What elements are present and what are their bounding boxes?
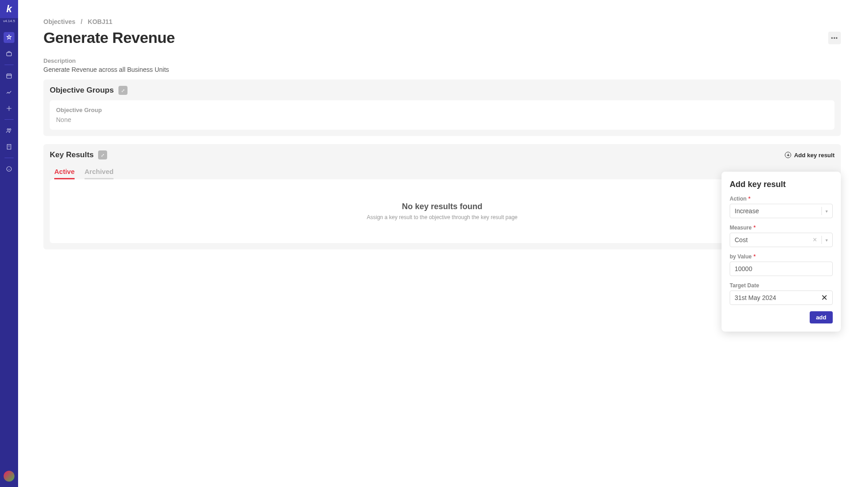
nav-divider — [5, 119, 14, 120]
objective-groups-section: Objective Groups ⤢ Objective Group None — [43, 80, 841, 136]
svg-rect-4 — [7, 145, 11, 150]
breadcrumb-sep: / — [77, 18, 86, 25]
measure-select[interactable]: Cost × ▾ — [730, 233, 833, 247]
action-value: Increase — [735, 207, 818, 215]
popover-title: Add key result — [730, 180, 833, 189]
more-button[interactable]: ••• — [828, 32, 841, 44]
objective-groups-title: Objective Groups — [50, 86, 114, 95]
nav-item-org[interactable] — [4, 141, 14, 152]
user-avatar[interactable] — [4, 471, 14, 482]
action-label: Action* — [730, 196, 833, 202]
clear-date-button[interactable]: ✕ — [821, 293, 828, 303]
version-label: v4.14.5 — [3, 19, 15, 23]
expand-icon: ⤢ — [121, 88, 125, 93]
tab-active[interactable]: Active — [54, 165, 75, 179]
building-icon — [6, 144, 12, 150]
svg-rect-0 — [7, 52, 12, 56]
nav-item-analytics[interactable] — [4, 87, 14, 98]
tab-archived[interactable]: Archived — [85, 165, 113, 179]
expand-icon: ⤢ — [101, 153, 104, 158]
breadcrumb-parent[interactable]: Objectives — [43, 18, 75, 25]
targetdate-value: 31st May 2024 — [735, 294, 821, 301]
empty-title: No key results found — [59, 202, 826, 211]
objective-group-value: None — [56, 116, 828, 123]
add-button[interactable]: add — [810, 311, 833, 323]
nav-item-sparkle[interactable] — [4, 103, 14, 114]
svg-point-2 — [7, 129, 9, 131]
chevron-down-icon: ▾ — [826, 209, 828, 214]
add-key-result-popover: Add key result Action* Increase ▾ Measur… — [722, 172, 841, 332]
byvalue-label: by Value* — [730, 253, 833, 260]
info-icon — [6, 166, 12, 172]
key-results-title: Key Results — [50, 150, 94, 159]
users-icon — [6, 127, 12, 134]
logo[interactable]: k — [0, 0, 18, 18]
nav-item-info[interactable] — [4, 164, 14, 174]
nav-divider — [5, 65, 14, 65]
chevron-down-icon: ▾ — [826, 238, 828, 243]
nav-item-users[interactable] — [4, 125, 14, 136]
sparkle-icon — [6, 105, 12, 112]
key-results-tabs: Active Archived — [50, 165, 835, 179]
measure-value: Cost — [735, 236, 813, 244]
objective-group-label: Objective Group — [56, 107, 828, 113]
clear-measure-button[interactable]: × — [813, 236, 817, 244]
description-text: Generate Revenue across all Business Uni… — [43, 66, 841, 73]
sidebar: k v4.14.5 — [0, 0, 18, 487]
svg-point-3 — [9, 129, 11, 131]
add-key-result-link[interactable]: + Add key result — [785, 152, 835, 159]
breadcrumb-current: KOBJ11 — [88, 18, 112, 25]
empty-state: No key results found Assign a key result… — [50, 179, 835, 243]
description-label: Description — [43, 57, 841, 64]
expand-key-results-button[interactable]: ⤢ — [98, 150, 107, 159]
objective-group-card: Objective Group None — [50, 100, 835, 130]
targetdate-input[interactable]: 31st May 2024 ✕ — [730, 290, 833, 305]
target-icon — [6, 34, 12, 41]
breadcrumb: Objectives / KOBJ11 — [43, 5, 841, 25]
measure-label: Measure* — [730, 225, 833, 231]
byvalue-input[interactable] — [730, 262, 833, 276]
add-key-result-label: Add key result — [794, 152, 835, 159]
nav-item-briefcase[interactable] — [4, 48, 14, 59]
nav-item-calendar[interactable] — [4, 70, 14, 81]
targetdate-label: Target Date — [730, 282, 833, 289]
more-icon: ••• — [831, 35, 838, 41]
nav-item-objectives[interactable] — [4, 32, 14, 43]
briefcase-icon — [6, 51, 12, 57]
calendar-icon — [6, 73, 12, 79]
expand-objective-groups-button[interactable]: ⤢ — [118, 86, 127, 95]
chart-icon — [6, 89, 12, 95]
action-select[interactable]: Increase ▾ — [730, 204, 833, 218]
plus-circle-icon: + — [785, 152, 791, 158]
page-title: Generate Revenue — [43, 29, 175, 47]
nav-divider — [5, 158, 14, 158]
svg-rect-1 — [7, 74, 12, 78]
empty-subtitle: Assign a key result to the objective thr… — [59, 214, 826, 220]
